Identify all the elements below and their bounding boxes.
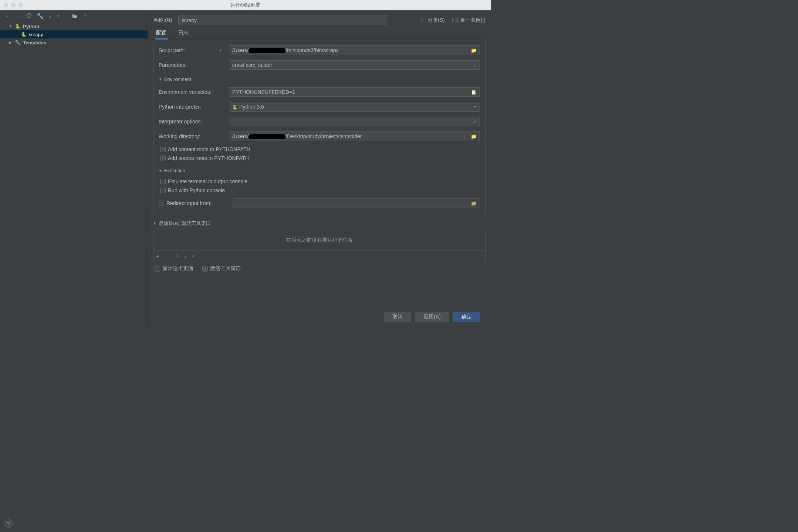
checkbox-icon [452, 18, 458, 23]
script-path-label[interactable]: Script path: [159, 47, 225, 53]
button-bar: 取消 应用(A) 确定 [153, 307, 486, 327]
before-launch-empty-text: 在启动之前没有要运行的任务 [286, 237, 353, 243]
checkbox-checked-icon [160, 147, 166, 152]
tree-label: Templates [23, 40, 46, 45]
interp-options-input[interactable]: ⤢ [229, 117, 480, 126]
add-source-roots-checkbox[interactable]: Add source roots to PYTHONPATH [160, 155, 249, 161]
move-down-icon[interactable]: ▾ [57, 13, 60, 19]
sort-icon[interactable]: ↓ª [83, 14, 87, 18]
python-file-icon: 🐍 [21, 31, 27, 37]
before-launch-header[interactable]: ▼ 启动前(B): 激活工具窗口 [153, 220, 486, 227]
run-python-console-label: Run with Python console [168, 187, 225, 193]
expand-icon[interactable]: ⤢ [473, 62, 477, 68]
before-launch-list: 在启动之前没有要运行的任务 [153, 230, 486, 250]
resize-grip[interactable]: ⋮⋮ [153, 130, 156, 136]
checkbox-icon [160, 179, 166, 184]
show-page-label: 显示这个页面 [162, 265, 193, 272]
tab-log[interactable]: 日志 [177, 27, 190, 40]
redacted-text [248, 48, 285, 53]
before-launch-label: 启动前(B): 激活工具窗口 [159, 220, 211, 227]
wrench-icon[interactable]: 🔧 [37, 13, 44, 19]
redacted-text [248, 134, 285, 139]
config-panel: Script path: /Users//miniconda3/bin/scra… [153, 40, 486, 215]
chevron-down-icon: ▼ [159, 78, 162, 81]
script-path-input[interactable]: /Users//miniconda3/bin/scrapy 📁 [229, 45, 480, 55]
close-window-icon[interactable] [4, 3, 8, 7]
remove-icon[interactable]: － [15, 13, 21, 20]
execution-section-header[interactable]: ▼ Execution [159, 168, 480, 173]
tab-config[interactable]: 配置 [155, 27, 168, 40]
share-label: 分享(S) [427, 17, 445, 24]
chevron-down-icon: ▼ [159, 169, 162, 173]
sidebar: ＋ － 🔧 ▴ ▾ ↓ª ▼ 🐍 Python 🐍 scrapy [0, 10, 148, 327]
tree-label: scrapy [29, 32, 43, 37]
chevron-down-icon: ▼ [153, 222, 156, 225]
config-tree: ▼ 🐍 Python 🐍 scrapy ▶ 🔧 Templates [0, 21, 148, 327]
name-input[interactable] [178, 16, 387, 25]
add-icon[interactable]: ＋ [155, 253, 160, 260]
interpreter-label: Python interpreter: [159, 104, 225, 110]
parameters-label: Parameters: [159, 62, 225, 68]
redirect-input-field[interactable]: 📁 [233, 198, 480, 208]
working-dir-input[interactable]: /Users//Desktop/study/project/csrcspider… [229, 132, 480, 141]
environment-section-header[interactable]: ▼ Environment [159, 76, 480, 82]
emulate-terminal-checkbox[interactable]: Emulate terminal in output console [160, 178, 247, 184]
titlebar: 运行/调试配置 [0, 0, 491, 10]
share-checkbox[interactable]: 分享(S) [420, 17, 445, 24]
env-vars-input[interactable]: PYTHONUNBUFFERED=1 📋 [229, 87, 480, 97]
browse-list-icon[interactable]: 📋 [471, 89, 477, 95]
env-vars-label: Environment variables: [159, 89, 225, 95]
toolbar-separator [66, 13, 66, 19]
add-icon[interactable]: ＋ [4, 13, 10, 20]
checkbox-icon [420, 18, 425, 23]
ok-button[interactable]: 确定 [453, 312, 480, 322]
before-launch-toolbar: ＋ － ✎ ▴ ▾ [153, 250, 486, 262]
minimize-window-icon[interactable] [11, 3, 16, 7]
activate-tool-window-checkbox[interactable]: 激活工具窗口 [202, 265, 241, 272]
add-content-roots-label: Add content roots to PYTHONPATH [168, 146, 250, 152]
chevron-down-icon: ▼ [473, 105, 477, 109]
name-label: 名称:(N) [153, 17, 175, 24]
add-content-roots-checkbox[interactable]: Add content roots to PYTHONPATH [160, 146, 250, 152]
svg-rect-1 [28, 13, 31, 17]
redirect-input-checkbox[interactable]: Redirect input from: [159, 200, 229, 206]
checkbox-icon [160, 188, 166, 193]
move-up-icon[interactable]: ▴ [184, 253, 187, 260]
tree-group-templates[interactable]: ▶ 🔧 Templates [0, 38, 148, 47]
apply-button[interactable]: 应用(A) [415, 312, 449, 322]
interp-options-label: Interpreter options: [159, 119, 225, 125]
checkbox-checked-icon [160, 156, 166, 161]
python-icon: 🐍 [15, 23, 21, 29]
show-page-checkbox[interactable]: 显示这个页面 [155, 265, 193, 272]
chevron-right-icon: ▶ [9, 41, 13, 44]
add-source-roots-label: Add source roots to PYTHONPATH [168, 155, 249, 161]
python-icon: 🐍 [232, 105, 238, 110]
cancel-button[interactable]: 取消 [384, 312, 411, 322]
folder-icon[interactable] [72, 14, 78, 18]
remove-icon[interactable]: － [165, 253, 170, 260]
single-instance-checkbox[interactable]: 单一实例(I) [452, 17, 486, 24]
move-up-icon[interactable]: ▴ [49, 13, 52, 19]
working-dir-label: Working directory: [159, 133, 225, 139]
chevron-down-icon: ▼ [9, 24, 13, 28]
browse-folder-icon[interactable]: 📁 [471, 48, 477, 53]
tree-item-scrapy[interactable]: 🐍 scrapy [0, 30, 148, 38]
activate-tool-window-label: 激活工具窗口 [210, 265, 241, 272]
browse-folder-icon[interactable]: 📁 [471, 201, 477, 206]
tree-group-python[interactable]: ▼ 🐍 Python [0, 22, 148, 30]
move-down-icon[interactable]: ▾ [192, 253, 195, 260]
edit-icon[interactable]: ✎ [175, 253, 180, 260]
tree-label: Python [23, 24, 39, 29]
browse-folder-icon[interactable]: 📁 [471, 134, 477, 139]
expand-icon[interactable]: ⤢ [473, 119, 477, 125]
interpreter-select[interactable]: 🐍 Python 3.6 ▼ [229, 102, 480, 112]
wrench-icon: 🔧 [15, 40, 21, 45]
run-python-console-checkbox[interactable]: Run with Python console [160, 187, 225, 193]
redirect-input-label: Redirect input from: [166, 200, 212, 206]
checkbox-checked-icon [202, 266, 208, 272]
parameters-input[interactable]: crawl csrc_spider ⤢ [229, 60, 480, 70]
emulate-terminal-label: Emulate terminal in output console [168, 178, 247, 184]
tabs: 配置 日志 [153, 27, 486, 40]
maximize-window-icon[interactable] [18, 3, 23, 7]
copy-icon[interactable] [26, 13, 31, 19]
